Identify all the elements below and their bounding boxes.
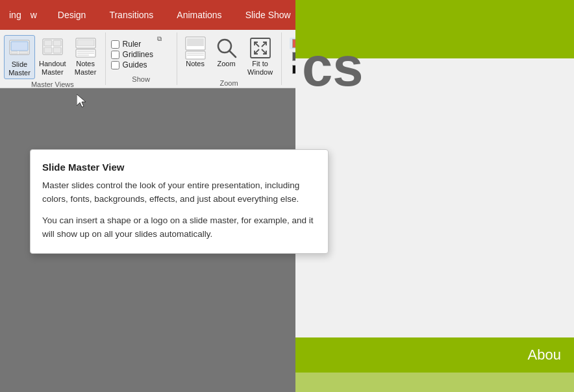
notes-master-icon — [74, 36, 97, 60]
slide-content-panel: cs Abou — [295, 0, 574, 392]
zoom-label: Zoom — [218, 60, 236, 68]
fit-to-window-button[interactable]: Fit to Window — [243, 35, 277, 78]
show-content: Ruler Gridlines Guides ⧉ — [110, 32, 173, 74]
svg-rect-5 — [44, 40, 52, 46]
zoom-group-label: Zoom — [181, 78, 277, 89]
svg-rect-2 — [11, 51, 18, 54]
fit-to-label1: Fit to — [252, 60, 268, 68]
group-master-views: Slide Master Handout Master — [0, 32, 106, 85]
fit-to-window-icon — [249, 36, 272, 60]
ruler-label: Ruler — [123, 40, 142, 49]
gridlines-label: Gridlines — [123, 50, 153, 59]
zoom-content: Notes Zoom — [181, 32, 277, 78]
handout-master-icon — [41, 36, 64, 60]
guides-label: Guides — [123, 60, 147, 69]
guides-checkbox[interactable] — [111, 61, 119, 69]
handout-master-label2: Master — [42, 68, 64, 77]
svg-rect-7 — [44, 47, 52, 53]
notes-master-label2: Master — [75, 68, 97, 77]
notes-view-button[interactable]: Notes — [181, 35, 210, 69]
svg-rect-6 — [53, 40, 61, 46]
notes-view-icon — [184, 36, 207, 60]
zoom-icon — [215, 36, 238, 60]
show-group-label: Show — [110, 74, 173, 85]
show-checkboxes: Ruler Gridlines Guides — [110, 35, 155, 70]
slide-master-button[interactable]: Slide Master — [4, 35, 35, 79]
tooltip-body: Master slides control the look of your e… — [42, 179, 316, 241]
tab-transitions[interactable]: Transitions — [97, 0, 165, 30]
group-zoom: Notes Zoom — [177, 32, 282, 85]
zoom-button[interactable]: Zoom — [212, 35, 241, 69]
show-dialog-launcher[interactable]: ⧉ — [157, 35, 162, 43]
slide-master-label1: Slide — [12, 60, 27, 69]
tooltip-para-2: You can insert a shape or a logo on a sl… — [42, 214, 316, 241]
gridlines-checkbox[interactable] — [111, 51, 119, 59]
tooltip-title: Slide Master View — [42, 162, 316, 173]
ruler-checkbox[interactable] — [111, 40, 119, 49]
tooltip-para-1: Master slides control the look of your e… — [42, 179, 316, 206]
slide-about-button[interactable]: Abou — [295, 337, 574, 373]
slide-green-footer — [295, 373, 574, 392]
group-show: Ruler Gridlines Guides ⧉ Show — [106, 32, 177, 85]
notes-master-button[interactable]: Notes Master — [70, 35, 101, 78]
svg-rect-22 — [251, 38, 270, 58]
tab-design[interactable]: Design — [46, 0, 98, 30]
handout-master-label1: Handout — [39, 60, 66, 68]
handout-master-button[interactable]: Handout Master — [36, 35, 69, 78]
master-views-content: Slide Master Handout Master — [4, 32, 101, 79]
notes-view-label: Notes — [186, 60, 205, 68]
svg-rect-3 — [19, 51, 28, 54]
fit-to-label2: Window — [247, 68, 273, 77]
tab-slideshow[interactable]: Slide Show — [234, 0, 303, 30]
tab-animations[interactable]: Animations — [165, 0, 233, 30]
slide-letters: cs — [302, 39, 364, 94]
tab-partial-w[interactable]: w — [31, 0, 46, 30]
guides-checkbox-item[interactable]: Guides — [110, 60, 155, 70]
ruler-checkbox-item[interactable]: Ruler — [110, 39, 155, 49]
svg-rect-10 — [77, 40, 94, 46]
svg-rect-1 — [11, 42, 28, 51]
svg-rect-8 — [53, 47, 61, 53]
tooltip-popup: Slide Master View Master slides control … — [30, 149, 329, 254]
gridlines-checkbox-item[interactable]: Gridlines — [110, 49, 155, 60]
svg-rect-16 — [187, 38, 204, 46]
svg-line-24 — [262, 42, 266, 47]
slide-about-text: Abou — [528, 347, 561, 363]
slide-master-label2: Master — [8, 69, 31, 77]
notes-master-label1: Notes — [76, 60, 95, 68]
svg-line-25 — [255, 49, 259, 54]
svg-line-26 — [262, 49, 266, 54]
svg-line-23 — [255, 42, 259, 47]
svg-line-21 — [229, 51, 236, 57]
slide-master-icon — [8, 37, 31, 60]
tab-partial-ing[interactable]: ing — [0, 0, 31, 30]
